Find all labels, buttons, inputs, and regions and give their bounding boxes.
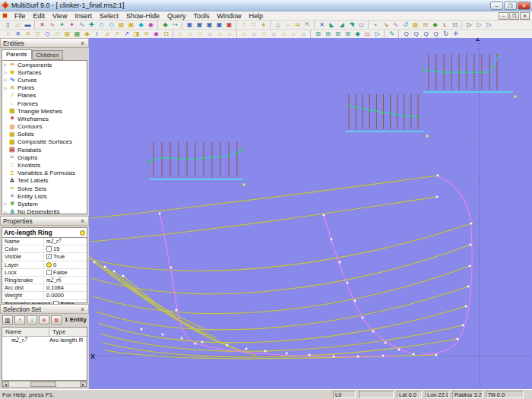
ring-tool-15-button[interactable]: ✕ [141, 30, 151, 38]
move-down-button[interactable]: ↓ [27, 315, 37, 325]
ring-tool-10-button[interactable]: ≀ [92, 30, 102, 38]
sidebar-item-system[interactable]: ▷∗System [2, 200, 87, 207]
sidebar-item-solids[interactable]: ▣Solids [2, 131, 87, 138]
view-quad-button[interactable]: ▣ [214, 21, 224, 29]
edit-curve-button[interactable]: ∿ [391, 21, 401, 29]
hide-5-button[interactable]: ☼ [279, 30, 289, 38]
menu-window[interactable]: Window [213, 11, 245, 21]
contour-tool-button[interactable]: ◉ [146, 21, 156, 29]
property-value[interactable]: 15 [44, 245, 59, 252]
document-icon[interactable] [2, 13, 8, 18]
property-value[interactable]: False [44, 269, 67, 276]
checkbox-checked[interactable]: ✓ [46, 254, 52, 259]
tab-children[interactable]: Children [32, 50, 64, 60]
layer-copy-2-button[interactable]: ⊞ [323, 30, 333, 38]
property-value[interactable]: 0 [44, 261, 56, 268]
selection-close-icon[interactable]: x [79, 306, 86, 312]
sidebar-item-components[interactable]: ▷∞Components [2, 61, 87, 68]
color-swatch[interactable] [46, 246, 52, 252]
close-button[interactable]: ✕ [518, 2, 530, 10]
layer-note-button[interactable]: ▭ [363, 30, 372, 38]
expand-icon[interactable]: ▷ [2, 62, 8, 67]
zoom-window-button[interactable]: Q [411, 30, 421, 38]
view-multi-button[interactable]: ▣ [204, 21, 214, 29]
column-header-type[interactable]: Type [49, 328, 65, 336]
sidebar-item-text-labels[interactable]: AText Labels [2, 177, 87, 185]
sidebar-item-entity-lists[interactable]: ≡Entity Lists [2, 192, 87, 200]
mesh-view-button[interactable]: ▦ [410, 21, 420, 29]
new-file-button[interactable]: ▯ [3, 21, 13, 29]
menu-view[interactable]: View [49, 11, 71, 21]
sidebar-item-contours[interactable]: ◎Contours [2, 123, 87, 131]
layer-solid-button[interactable]: ◆ [353, 30, 363, 38]
sidebar-item-graphs[interactable]: ≈Graphs [2, 154, 87, 161]
expand-icon[interactable]: ▷ [2, 70, 8, 74]
view-shaded-button[interactable]: ▣ [195, 21, 204, 29]
grid-1-button[interactable]: ⁘ [239, 21, 249, 29]
solid-tool-button[interactable]: ◆ [136, 21, 146, 29]
select-add-button[interactable]: ▷ [474, 21, 484, 29]
mdi-close-button[interactable]: ✕ [520, 12, 530, 20]
zoom-out-button[interactable]: Q [431, 30, 441, 38]
menu-select[interactable]: Select [96, 11, 122, 21]
hide-1-button[interactable]: ☼ [239, 30, 249, 38]
horizontal-scrollbar[interactable]: ◄ ► [2, 381, 87, 388]
layer-copy-4-button[interactable]: ⊞ [343, 30, 353, 38]
pan-view-button[interactable]: ✛ [451, 30, 461, 38]
grid-2-button[interactable]: ⁙ [249, 21, 258, 29]
hide-2-button[interactable]: ☼ [249, 30, 259, 38]
expand-icon[interactable]: ▷ [2, 78, 8, 82]
ring-tool-13-button[interactable]: ↗ [122, 30, 131, 38]
expand-icon[interactable]: ▷ [2, 210, 8, 214]
flag-1-button[interactable]: ◣ [327, 21, 337, 29]
scroll-right-icon[interactable]: ► [80, 382, 87, 387]
menu-query[interactable]: Query [163, 11, 190, 21]
check-model-button[interactable]: ◆ [430, 21, 440, 29]
delete-tool-button[interactable]: ✕ [37, 21, 47, 29]
minimize-button[interactable]: – [490, 2, 503, 10]
measure-fit-button[interactable]: ⇱ [302, 21, 312, 29]
clear-all-button[interactable]: ⊠ [51, 315, 62, 325]
sidebar-item-no-dependents[interactable]: ▷⋔No Dependents [2, 208, 87, 214]
move-up-button[interactable]: ↑ [14, 315, 25, 325]
note-tool-button[interactable]: ▭ [356, 21, 366, 29]
sidebar-item-wireframes[interactable]: ✦Wireframes [2, 115, 87, 122]
surface-tool-2-button[interactable]: ◇ [106, 21, 116, 29]
zoom-extents-button[interactable]: Q [421, 30, 431, 38]
select-special-button[interactable]: ▷ [484, 21, 494, 29]
bead-tool-button[interactable]: ✦ [57, 21, 67, 29]
hide-6-button[interactable]: ☼ [289, 30, 299, 38]
measure-dist-button[interactable]: ↔ [283, 21, 293, 29]
layer-copy-3-button[interactable]: ⊞ [333, 30, 343, 38]
hide-3-button[interactable]: ☼ [259, 30, 269, 38]
snake-tool-button[interactable]: ✚ [87, 21, 97, 29]
ring-tool-3-button[interactable]: ✕ [23, 30, 33, 38]
flag-2-button[interactable]: ◢ [337, 21, 347, 29]
entity-ok-button[interactable]: ◆ [160, 21, 170, 29]
sidebar-item-planes[interactable]: ∕Planes [2, 92, 87, 100]
model-viewport[interactable]: ZX [89, 38, 532, 389]
ring-tool-9-button[interactable]: ◆ [82, 30, 92, 38]
checkbox-unchecked[interactable] [46, 270, 52, 275]
sidebar-item-relabels[interactable]: ▤Relabels [2, 146, 87, 154]
frame-tool-button[interactable]: L [440, 21, 450, 29]
tab-parents[interactable]: Parents [2, 49, 32, 60]
open-file-button[interactable]: ▱ [13, 21, 23, 29]
orbit-tool-button[interactable]: ↺ [401, 21, 410, 29]
measure-angle-button[interactable]: △ [273, 21, 283, 29]
sketch-tool-button[interactable]: ✎ [387, 30, 397, 38]
bulb-icon[interactable] [80, 230, 85, 236]
rotate-view-button[interactable]: ↻ [441, 30, 451, 38]
ring-tool-12-button[interactable]: ↗ [112, 30, 122, 38]
ring-tool-2-button[interactable]: ✕ [13, 30, 23, 38]
ring-tool-5-button[interactable]: ◇ [43, 30, 52, 38]
remove-button[interactable]: ✕ [39, 315, 49, 325]
menu-tools[interactable]: Tools [189, 11, 213, 21]
measure-span-button[interactable]: ⇆ [293, 21, 302, 29]
entity-edit-button[interactable]: ↪ [170, 21, 180, 29]
expand-icon[interactable]: ▷ [2, 201, 8, 206]
sidebar-item-surfaces[interactable]: ▷◈Surfaces [2, 68, 87, 76]
stop-tool-button[interactable]: ▪ [371, 21, 381, 29]
menu-help[interactable]: Help [245, 11, 268, 21]
ring-tool-7-button[interactable]: ▦ [62, 30, 72, 38]
